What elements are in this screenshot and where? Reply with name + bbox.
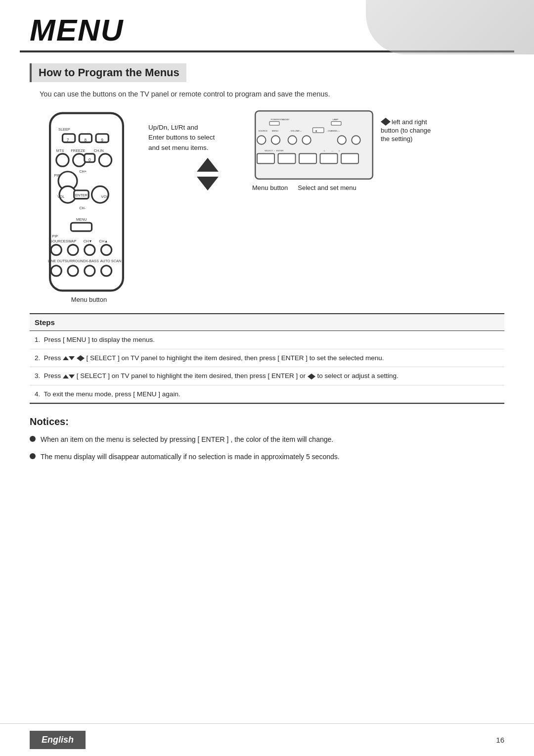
up-icon2: [63, 375, 69, 378]
left-right-sub2: the setting): [381, 135, 504, 142]
left-right-sub1: button (to change: [381, 127, 504, 134]
svg-point-35: [85, 245, 95, 255]
down-icon2: [69, 375, 75, 378]
arrow-down-icon: [197, 177, 219, 190]
svg-text:X-BASS: X-BASS: [86, 259, 99, 263]
svg-text:MENU: MENU: [272, 130, 278, 132]
left-right-arrow-icon: left and right: [381, 118, 504, 126]
svg-text:SOURCE: SOURCE: [259, 130, 268, 132]
svg-rect-70: [341, 154, 358, 164]
footer-language: English: [30, 731, 86, 749]
svg-text:MTS: MTS: [56, 148, 64, 153]
svg-text:7: 7: [67, 138, 69, 142]
svg-text:SWAP: SWAP: [66, 239, 77, 243]
step-1: 1. Press [ MENU ] to display the menus.: [30, 331, 504, 349]
svg-rect-48: [269, 122, 279, 126]
section-heading: How to Program the Menus: [30, 63, 186, 82]
svg-text:SLEEP: SLEEP: [58, 127, 70, 132]
svg-point-11: [56, 154, 69, 166]
svg-point-34: [68, 245, 78, 255]
notice-text-1: When an item on the menu is selected by …: [41, 434, 333, 445]
arrow-diagram-column: Up/Dn, Lt/Rt and Enter buttons to select…: [143, 108, 252, 190]
svg-text:SELECT ← ENTER: SELECT ← ENTER: [265, 149, 283, 152]
right-icon2: [312, 374, 315, 379]
header-decoration: [366, 0, 534, 54]
arrow-up-icon: [197, 158, 219, 172]
big-arrow-indicators: [163, 158, 252, 190]
tv-menu-button-label: Menu button: [252, 184, 288, 191]
svg-text:0: 0: [89, 157, 91, 162]
svg-text:MENU: MENU: [76, 217, 87, 222]
svg-point-59: [302, 136, 311, 144]
svg-text:VOL: VOL: [101, 194, 109, 199]
left-right-label-text: left and right: [392, 118, 427, 126]
left-icon2: [308, 374, 312, 379]
svg-rect-49: [331, 122, 341, 126]
notices-section: Notices: When an item on the menu is sel…: [30, 416, 504, 462]
notice-bullet-1: [30, 436, 36, 442]
notices-heading: Notices:: [30, 416, 504, 427]
svg-point-33: [51, 245, 61, 255]
remote-svg: SLEEP 7 8 9 MTS FREEZE CH.IN 0 PIP CH+: [40, 108, 134, 296]
svg-text:|||: |||: [315, 130, 317, 132]
page-footer: English 16: [0, 723, 534, 756]
svg-rect-27: [71, 223, 91, 231]
svg-text:PIP: PIP: [52, 234, 58, 238]
menu-button-label: Menu button: [66, 296, 107, 303]
svg-text:—: —: [331, 149, 334, 152]
arrow-label: Up/Dn, Lt/Rt and Enter buttons to select…: [148, 123, 252, 153]
right-label-column: left and right button (to change the set…: [376, 108, 504, 142]
page-header: MENU: [0, 0, 534, 50]
svg-text:CH▼: CH▼: [84, 239, 92, 243]
right-arrow-icon: [386, 118, 391, 126]
step-4: 4. To exit the menu mode, press [ MENU ]…: [30, 385, 504, 404]
svg-text:ENTER: ENTER: [75, 193, 88, 197]
diagram-area: SLEEP 7 8 9 MTS FREEZE CH.IN 0 PIP CH+: [30, 108, 504, 303]
svg-text:CH.IN: CH.IN: [94, 148, 104, 153]
svg-text:CH-: CH-: [79, 206, 86, 210]
svg-point-15: [99, 154, 111, 166]
step-3: 3. Press [ SELECT ] on TV panel to highl…: [30, 367, 504, 385]
svg-point-43: [85, 266, 95, 276]
svg-rect-69: [320, 154, 338, 164]
remote-column: SLEEP 7 8 9 MTS FREEZE CH.IN 0 PIP CH+: [30, 108, 143, 303]
notice-text-2: The menu display will disappear automati…: [41, 452, 340, 462]
footer-page-number: 16: [496, 736, 504, 744]
svg-rect-67: [278, 154, 296, 164]
svg-point-42: [68, 266, 78, 276]
svg-text:LAMP: LAMP: [333, 118, 339, 121]
notice-bullet-2: [30, 453, 36, 459]
left-icon: [77, 355, 81, 361]
step-2: 2. Press [ SELECT ] on TV panel to highl…: [30, 349, 504, 368]
svg-point-36: [101, 245, 112, 255]
svg-point-44: [101, 266, 112, 276]
svg-point-12: [73, 154, 86, 166]
svg-point-60: [338, 136, 347, 144]
tv-select-label: Select and set menu: [298, 184, 356, 191]
svg-point-58: [288, 136, 297, 144]
notice-item-2: The menu display will disappear automati…: [30, 452, 504, 462]
svg-text:AUTO SCAN: AUTO SCAN: [100, 259, 121, 263]
svg-point-56: [257, 136, 266, 144]
svg-text:9: 9: [101, 138, 103, 142]
intro-text: You can use the buttons on the TV panel …: [40, 90, 494, 98]
right-icon: [81, 355, 85, 361]
svg-rect-53: [313, 128, 324, 133]
left-right-label-group: left and right button (to change the set…: [381, 118, 504, 142]
left-arrow-icon: [381, 118, 386, 126]
svg-text:CH▲: CH▲: [99, 239, 108, 243]
tv-panel-svg: POWER/STANDBY LAMP SOURCE MENU - VOLUME …: [252, 108, 376, 182]
steps-heading: Steps: [30, 314, 504, 331]
panel-labels-row: Menu button Select and set menu: [252, 184, 356, 191]
svg-text:8: 8: [85, 138, 87, 142]
diamond-icon: [381, 118, 391, 126]
svg-text:VOL: VOL: [57, 194, 65, 199]
down-icon: [69, 356, 75, 360]
steps-section: Steps 1. Press [ MENU ] to display the m…: [30, 313, 504, 404]
svg-point-61: [352, 136, 360, 144]
svg-text:SURROUND: SURROUND: [65, 259, 86, 263]
svg-text:- CHANNEL +: - CHANNEL +: [326, 130, 340, 132]
svg-text:SOURCE: SOURCE: [50, 239, 66, 243]
svg-point-57: [271, 136, 280, 144]
svg-point-41: [51, 266, 61, 276]
